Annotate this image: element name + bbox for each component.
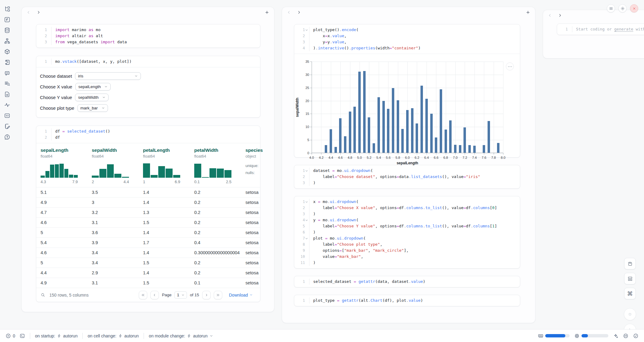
x-gridline: [321, 62, 321, 153]
x-tick: [321, 153, 321, 155]
dependency-graph-icon[interactable]: [0, 36, 14, 46]
column-name: petalLength: [143, 148, 190, 153]
shutdown-button[interactable]: [630, 4, 638, 12]
column-next-button[interactable]: [297, 10, 301, 14]
activity-pulse-icon[interactable]: [0, 100, 14, 110]
generate-with-ai-link[interactable]: generate: [614, 27, 633, 31]
layout-button[interactable]: [624, 273, 636, 284]
chart-actions-button[interactable]: [506, 62, 514, 70]
chat-bot-icon[interactable]: [0, 68, 14, 78]
column-dtype: float64: [41, 154, 88, 159]
table-column-header: petalWidthfloat640.12.5: [190, 148, 241, 184]
column-prev-button[interactable]: [287, 10, 291, 14]
help-bubble-icon[interactable]: [0, 132, 14, 142]
bar-chart-plot[interactable]: 051015202530354.04.24.44.64.85.05.25.45.…: [312, 62, 503, 153]
column-prev-button[interactable]: [548, 13, 552, 17]
file-tree-icon[interactable]: [0, 4, 14, 14]
code-editor-plot-encode[interactable]: 1plot_type().encode(2 x=x.value,3 y=y.va…: [294, 24, 520, 54]
keyboard-shortcuts-button[interactable]: ⌘: [624, 288, 636, 299]
column-next-button[interactable]: [37, 10, 41, 14]
code-line: 1plot_type = getattr(alt.Chart(df), plot…: [294, 297, 520, 304]
code-editor-xyplot[interactable]: 1x = mo.ui.dropdown(2 label="Choose X va…: [294, 196, 520, 268]
x-tick-label: 6.4: [424, 156, 429, 159]
table-cell: 4.9: [36, 280, 88, 285]
status-bar: 0 on startup: autorun on cell change: au…: [0, 329, 644, 342]
notebook-column-3: 1 Start coding or generate with AI: [543, 10, 644, 59]
code-editor-plot-type[interactable]: 1plot_type = getattr(alt.Chart(df), plot…: [294, 295, 520, 306]
dataset-select[interactable]: iris: [75, 72, 141, 80]
chart-bar: [497, 143, 499, 153]
line-number: 10: [294, 254, 309, 260]
y-tick-label: 0: [301, 151, 309, 155]
cpu-icon: [574, 333, 580, 339]
code-editor-imports[interactable]: 1import marimo as mo2import altair as al…: [36, 24, 260, 48]
copilot-button[interactable]: [623, 333, 628, 339]
settings-button[interactable]: [618, 4, 627, 12]
table-row: 4.931.40.2setosa: [36, 197, 260, 207]
line-number: 2: [36, 134, 52, 141]
x-tick: [484, 153, 484, 155]
column-prev-button[interactable]: [27, 10, 30, 14]
page-select[interactable]: 1: [174, 291, 187, 299]
scratchpad-icon[interactable]: [0, 121, 14, 132]
code-editor-empty[interactable]: 1 Start coding or generate with AI: [557, 24, 644, 35]
code-editor-selected-dataset[interactable]: 1selected_dataset = getattr(data, datase…: [294, 276, 520, 287]
code-editor-vstack[interactable]: 1mo.vstack([dataset, x, y, plot]): [36, 56, 260, 67]
line-number: 3: [294, 211, 309, 217]
line-number: 6: [294, 229, 309, 235]
x-tick: [427, 153, 427, 155]
connection-status-button[interactable]: [633, 333, 639, 339]
add-cell-button[interactable]: [265, 10, 269, 15]
fold-chevron-icon: [305, 237, 308, 240]
document-icon[interactable]: [0, 89, 14, 100]
ai-assist-button[interactable]: [613, 333, 618, 339]
cell-empty-new: 1 Start coding or generate with AI: [557, 23, 644, 35]
vstack-output: Choose dataset iris Choose X value sepal…: [36, 67, 260, 117]
errors-indicator[interactable]: 0: [5, 333, 15, 339]
table-cell: 3.2: [88, 210, 139, 215]
y-value-select[interactable]: sepalWidth: [75, 94, 109, 101]
on-module-change-toggle[interactable]: on module change: autorun: [149, 333, 213, 338]
log-search-icon[interactable]: [0, 78, 14, 89]
add-cell-button[interactable]: [526, 10, 530, 15]
table-cell: 1.4: [139, 190, 190, 195]
scroll-log-icon[interactable]: [0, 57, 14, 68]
last-page-button[interactable]: [214, 291, 222, 299]
line-number: 9: [294, 248, 309, 254]
stop-button[interactable]: [624, 308, 636, 320]
package-cube-icon[interactable]: [0, 46, 14, 57]
ram-usage: [538, 333, 570, 339]
prev-page-button[interactable]: [150, 291, 159, 299]
x-tick: [379, 153, 379, 155]
x-tick-label: 8.0: [501, 156, 505, 159]
code-editor-df[interactable]: 1df = selected_dataset()2df: [36, 126, 260, 143]
table-cell: 4.9: [36, 200, 88, 205]
database-icon[interactable]: [0, 25, 14, 36]
window-controls: [607, 4, 638, 12]
on-startup-toggle[interactable]: on startup: autorun: [35, 333, 78, 338]
function-square-icon[interactable]: [0, 14, 14, 25]
table-column-header: petalLengthfloat6416.9: [139, 148, 190, 184]
first-page-button[interactable]: [139, 291, 147, 299]
x-value-select[interactable]: sepalLength: [75, 83, 111, 91]
cell-dataframe: 1df = selected_dataset()2df sepalLengthf…: [36, 126, 260, 302]
column-histogram: [143, 162, 180, 178]
notebook-action-buttons: ⌘: [624, 258, 636, 336]
column-next-button[interactable]: [558, 13, 562, 17]
download-button[interactable]: Download: [229, 293, 253, 297]
next-page-button[interactable]: [202, 291, 211, 299]
search-icon[interactable]: [41, 293, 45, 297]
on-cell-change-toggle[interactable]: on cell change: autorun: [88, 333, 139, 338]
cell-xyplot-dropdowns: 1x = mo.ui.dropdown(2 label="Choose X va…: [294, 196, 520, 269]
table-cell: 5.1: [36, 190, 88, 195]
code-editor-dataset-dropdown[interactable]: 1dataset = mo.ui.dropdown(2 label="Choos…: [294, 165, 520, 188]
save-button[interactable]: [624, 258, 636, 269]
chevrons-left-icon: [141, 293, 145, 297]
plot-type-select[interactable]: mark_bar: [77, 104, 108, 112]
x-tick-label: 6.6: [434, 156, 438, 159]
table-cell: 1.4: [139, 200, 190, 205]
table-cell: 5.4: [36, 240, 88, 245]
code-snippet-icon[interactable]: [0, 110, 14, 121]
terminal-button[interactable]: [20, 333, 25, 339]
menu-button[interactable]: [607, 4, 615, 12]
